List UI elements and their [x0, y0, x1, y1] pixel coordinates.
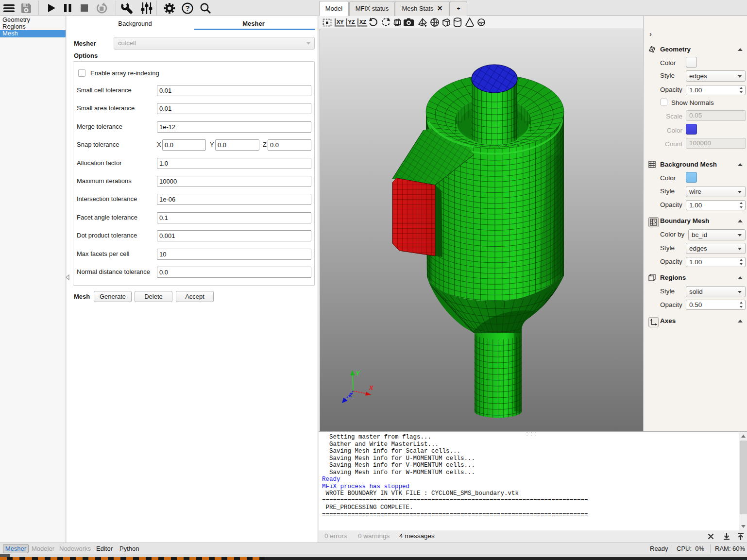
svg-text:X: X — [369, 384, 374, 391]
svg-text:Y: Y — [356, 370, 360, 377]
svg-text:?: ? — [185, 4, 189, 12]
svg-text:Z: Z — [348, 391, 353, 399]
